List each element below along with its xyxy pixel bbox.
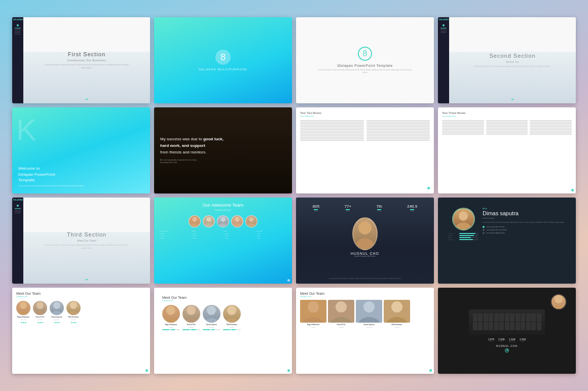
svg-point-43 xyxy=(553,305,565,309)
teal-dot xyxy=(287,369,290,372)
table-col: Telam— Telam— Surat— Satur xyxy=(224,230,255,240)
three-columns xyxy=(442,120,572,135)
achievement-item: Lorem ipsum adipiscing elit xyxy=(483,232,565,234)
slide-third-section[interactable]: DELAPAN Third Section Meet Our Team Lore… xyxy=(12,198,150,284)
slide-white-number[interactable]: 8 iDelapan PowerPoint Template Lorem ips… xyxy=(296,17,434,103)
text-line xyxy=(366,140,430,141)
skill-dot xyxy=(182,329,190,330)
text-line xyxy=(366,123,430,124)
team-member: Dimas Saputra Developer xyxy=(203,305,220,330)
achievement-dot xyxy=(483,232,485,234)
dot xyxy=(23,322,24,323)
text-line xyxy=(486,131,528,132)
slide-text-two-boxes[interactable]: Text Two Boxes Pera Ju Anta Pari xyxy=(296,107,434,193)
svg-point-21 xyxy=(67,311,80,315)
skill-dot xyxy=(215,329,220,330)
sidebar-line xyxy=(15,208,21,209)
slide-body-text: Lorem ipsum dolor sit amet consectetur a… xyxy=(317,69,413,74)
skill-dot xyxy=(237,329,241,330)
member-skill-dots xyxy=(203,329,220,330)
skill-bars: Photoshop Illustrator InDesign xyxy=(448,233,479,240)
skill-dot xyxy=(191,329,197,330)
team-member: Bagus Budiyana Founder xyxy=(16,301,30,323)
number-circle: 8 xyxy=(215,50,231,65)
key xyxy=(478,314,483,322)
svg-point-6 xyxy=(235,217,239,222)
text-line xyxy=(366,138,430,139)
text-line xyxy=(366,129,430,130)
text-lines xyxy=(530,120,572,135)
key xyxy=(516,322,520,330)
slide-meet-team-2[interactable]: Meet Our Team Sulla Artem Here Bagus Bud… xyxy=(154,288,292,374)
dot xyxy=(71,322,72,323)
member-name: Dimas Saputra xyxy=(363,324,374,326)
slide-welcome[interactable]: K Welcome toDelapan PowerPointTemplate L… xyxy=(12,107,150,193)
slide-awesome-team[interactable]: Our Awesome Team Professional Here Lore xyxy=(154,198,292,284)
device-stat-label: Likes xyxy=(520,341,526,342)
text-line xyxy=(442,132,484,133)
key xyxy=(531,314,536,322)
device-stat: 1,526 Subscribers xyxy=(509,338,516,342)
text-line xyxy=(366,132,430,133)
device-person-name: HUSNUL CHO xyxy=(496,344,518,347)
member-avatar xyxy=(50,301,64,315)
background-image xyxy=(449,52,576,103)
achievement-dot xyxy=(483,226,485,228)
sidebar-dot xyxy=(17,24,19,26)
skill-dot xyxy=(197,329,200,330)
team-member: Rafli Gunawan Manager xyxy=(66,301,81,323)
achievement-text: Lorem ipsum dolor sit amet xyxy=(486,226,504,228)
two-columns xyxy=(300,120,430,185)
member-photo xyxy=(328,300,354,323)
stat-bar xyxy=(314,209,318,210)
meet-team-3-content: Meet Our Team Sulla Artem Here Bagus Mah… xyxy=(300,292,430,370)
svg-point-9 xyxy=(248,223,255,227)
skill-row: InDesign xyxy=(448,237,479,238)
table-col: Agusto— Satur— Satur— Telam xyxy=(192,230,223,240)
team-member: Rafli Gunawan Manager xyxy=(223,305,241,330)
svg-point-14 xyxy=(20,302,27,309)
key xyxy=(521,314,525,322)
sidebar-line xyxy=(440,28,447,29)
text-line xyxy=(486,120,528,121)
slide-first-section[interactable]: DELAPAN First Section Introduction Our B… xyxy=(12,17,150,103)
text-line xyxy=(442,128,484,129)
device-stats-row: 1,575 Likes 1,526 Likes 1,526 Subscriber… xyxy=(488,338,526,342)
slide-meet-team-3[interactable]: Meet Our Team Sulla Artem Here Bagus Mah… xyxy=(296,288,434,374)
key xyxy=(510,322,514,330)
member-role: Designer xyxy=(38,319,43,321)
slide-teal-number[interactable]: 8 Delapan Multipurpose xyxy=(154,17,292,103)
member-name: Bagus Budiyana xyxy=(165,324,177,326)
slide-device-mockup[interactable]: 1,575 Likes 1,526 Likes 1,526 Subscriber… xyxy=(438,288,576,374)
text-line xyxy=(300,129,364,130)
text-line xyxy=(442,131,484,132)
slide-quote[interactable]: My success was due to good luck,hard wor… xyxy=(154,107,292,193)
device-stat-label: Likes xyxy=(498,341,505,342)
team-member: Husnul Cho Designer xyxy=(328,300,354,328)
slide-title: Text Three Boxes xyxy=(442,111,572,114)
welcome-body: Lorem ipsum dolor sit amet consectetur a… xyxy=(18,185,144,187)
team-avatar xyxy=(189,215,201,227)
text-line xyxy=(366,128,430,129)
member-photo xyxy=(356,300,382,323)
slide-profile-husnul[interactable]: 805 Clients 77+ Clients 7th Awards 246.9… xyxy=(296,198,434,284)
team-rect-row: Bagus Mahendra Founder Husnul Cho Design… xyxy=(300,300,430,328)
sidebar-line xyxy=(15,29,21,30)
member-dots xyxy=(54,322,60,323)
welcome-text-block: Welcome toDelapan PowerPointTemplate Lor… xyxy=(18,166,144,187)
sidebar-line xyxy=(15,210,21,211)
slide-text-three-boxes[interactable]: Text Three Boxes Pera Ju Anta Pari xyxy=(438,107,576,193)
member-role: Manager xyxy=(230,327,235,328)
member-name: Bagus Mahendra xyxy=(307,324,319,326)
slide-subtitle: Introduction Our Business xyxy=(67,59,106,62)
sidebar-line xyxy=(15,213,21,214)
slide-second-section[interactable]: DELAPAN Second Section About Us Lorem ip… xyxy=(438,17,576,103)
key xyxy=(531,322,536,330)
skill-track xyxy=(459,237,479,238)
text-lines xyxy=(300,120,364,141)
text-line xyxy=(366,125,430,126)
slide-profile-dimas[interactable]: Photoshop Illustrator InDesign xyxy=(438,198,576,284)
svg-point-42 xyxy=(555,295,563,303)
slide-meet-team-1[interactable]: Meet Our Team Sulla Artem Here Bagus Bud… xyxy=(12,288,150,374)
text-line xyxy=(366,131,430,132)
